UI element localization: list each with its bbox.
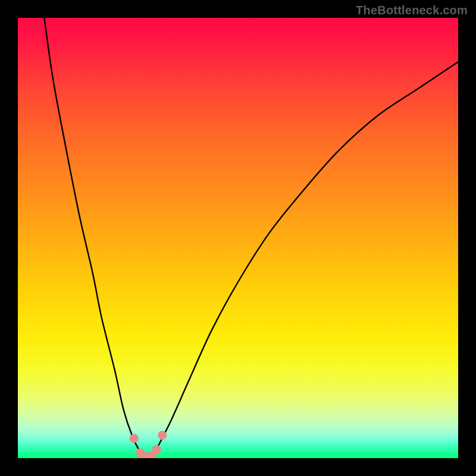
chart-frame: TheBottleneck.com (0, 0, 476, 476)
plot-area (18, 18, 458, 458)
highlight-dot (130, 434, 139, 443)
bottleneck-curve-svg (18, 18, 458, 458)
highlight-markers (130, 431, 167, 458)
highlight-dot (158, 431, 167, 440)
highlight-dot (152, 445, 161, 454)
bottleneck-curve (44, 18, 458, 458)
watermark-text: TheBottleneck.com (356, 4, 468, 17)
